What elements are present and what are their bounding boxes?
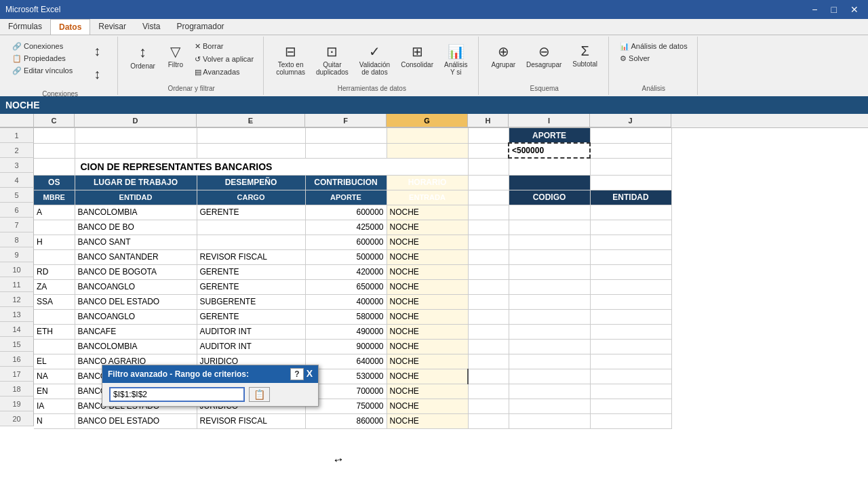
data-d9[interactable]: BANCO SANTANDER <box>75 249 197 264</box>
data-f9[interactable]: 500000 <box>305 249 387 264</box>
data-i19[interactable] <box>509 399 590 413</box>
data-h10[interactable] <box>468 264 509 279</box>
cell-d2[interactable] <box>75 143 197 158</box>
data-g9[interactable]: NOCHE <box>387 249 468 264</box>
data-i11[interactable] <box>509 279 590 294</box>
data-g10[interactable]: NOCHE <box>387 264 468 279</box>
cell-hdr1-j[interactable] <box>590 175 671 190</box>
cell-h2[interactable] <box>468 143 509 158</box>
data-j15[interactable] <box>590 339 671 354</box>
data-j6[interactable] <box>590 205 671 220</box>
btn-subtotal[interactable]: ΣSubtotal <box>568 41 601 70</box>
data-i20[interactable] <box>509 413 590 428</box>
data-g16[interactable]: NOCHE <box>387 354 468 369</box>
btn-desagrupar[interactable]: ⊖Desagrupar <box>522 41 566 71</box>
data-g12[interactable]: NOCHE <box>387 294 468 309</box>
cell-c2[interactable] <box>34 143 75 158</box>
btn-solver[interactable]: ⚙ Solver <box>617 53 690 64</box>
data-c15[interactable] <box>34 339 75 354</box>
dialog-help-button[interactable]: ? <box>290 368 303 380</box>
cell-j1[interactable] <box>590 128 671 143</box>
data-i13[interactable] <box>509 309 590 324</box>
data-d13[interactable]: BANCOANGLO <box>75 309 197 324</box>
cell-hdr2-f[interactable]: APORTE <box>305 190 387 205</box>
data-f8[interactable]: 600000 <box>305 235 387 249</box>
data-j14[interactable] <box>590 324 671 339</box>
btn-sort-za[interactable]: ↕ <box>83 64 111 86</box>
cell-f1[interactable] <box>305 128 387 143</box>
data-c12[interactable]: SSA <box>34 294 75 309</box>
data-h9[interactable] <box>468 249 509 264</box>
data-g20[interactable]: NOCHE <box>387 413 468 428</box>
data-g8[interactable]: NOCHE <box>387 235 468 249</box>
data-j11[interactable] <box>590 279 671 294</box>
data-h20[interactable] <box>468 413 509 428</box>
btn-quitar-duplicados[interactable]: ⊡Quitarduplicados <box>312 41 353 79</box>
cell-hdr2-h[interactable] <box>468 190 509 205</box>
cell-hdr2-g[interactable]: ENTRADA <box>387 190 468 205</box>
data-j10[interactable] <box>590 264 671 279</box>
btn-texto-columnas[interactable]: ⊟Texto encolumnas <box>272 41 309 79</box>
col-header-f[interactable]: F <box>305 114 387 127</box>
data-f12[interactable]: 400000 <box>305 294 387 309</box>
cell-j2[interactable] <box>590 143 671 158</box>
cell-hdr1-i[interactable] <box>509 175 590 190</box>
data-i8[interactable] <box>509 235 590 249</box>
data-f11[interactable]: 650000 <box>305 279 387 294</box>
data-f15[interactable]: 900000 <box>305 339 387 354</box>
data-g15[interactable]: NOCHE <box>387 339 468 354</box>
cell-hdr1-g[interactable]: HORARIO <box>387 175 468 190</box>
data-c6[interactable]: A <box>34 205 75 220</box>
data-j20[interactable] <box>590 413 671 428</box>
cell-i3[interactable] <box>509 158 590 175</box>
data-c10[interactable]: RD <box>34 264 75 279</box>
data-j7[interactable] <box>590 220 671 235</box>
data-e20[interactable]: REVISOR FISCAL <box>197 413 305 428</box>
data-j19[interactable] <box>590 399 671 413</box>
data-f14[interactable]: 490000 <box>305 324 387 339</box>
data-h14[interactable] <box>468 324 509 339</box>
cell-i1[interactable]: APORTE <box>509 128 590 143</box>
dialog-close-button[interactable]: X <box>307 368 313 380</box>
tab-revisar[interactable]: Revisar <box>90 19 134 35</box>
data-c16[interactable]: EL <box>34 354 75 369</box>
data-f10[interactable]: 420000 <box>305 264 387 279</box>
col-header-i[interactable]: I <box>509 114 590 127</box>
close-button[interactable]: ✕ <box>846 4 863 15</box>
cell-hdr1-d[interactable]: LUGAR DE TRABAJO <box>75 175 197 190</box>
data-d6[interactable]: BANCOLOMBIA <box>75 205 197 220</box>
cell-hdr2-j[interactable]: ENTIDAD <box>590 190 671 205</box>
data-h18[interactable] <box>468 384 509 399</box>
data-d15[interactable]: BANCOLOMBIA <box>75 339 197 354</box>
cell-h3[interactable] <box>468 158 509 175</box>
data-c20[interactable]: N <box>34 413 75 428</box>
cell-c1[interactable] <box>34 128 75 143</box>
cell-hdr1-h[interactable] <box>468 175 509 190</box>
data-e11[interactable]: GERENTE <box>197 279 305 294</box>
cell-f2[interactable] <box>305 143 387 158</box>
tab-vista[interactable]: Vista <box>134 19 168 35</box>
data-h8[interactable] <box>468 235 509 249</box>
data-h12[interactable] <box>468 294 509 309</box>
data-g18[interactable]: NOCHE <box>387 384 468 399</box>
data-i12[interactable] <box>509 294 590 309</box>
btn-avanzadas[interactable]: ▤ Avanzadas <box>192 66 256 78</box>
cell-g1[interactable] <box>387 128 468 143</box>
data-e13[interactable]: GERENTE <box>197 309 305 324</box>
data-d8[interactable]: BANCO SANT <box>75 235 197 249</box>
cell-e1[interactable] <box>197 128 305 143</box>
col-header-d[interactable]: D <box>75 114 197 127</box>
data-g7[interactable]: NOCHE <box>387 220 468 235</box>
data-d14[interactable]: BANCAFE <box>75 324 197 339</box>
data-g13[interactable]: NOCHE <box>387 309 468 324</box>
btn-agrupar[interactable]: ⊕Agrupar <box>487 41 519 71</box>
data-j8[interactable] <box>590 235 671 249</box>
data-i15[interactable] <box>509 339 590 354</box>
data-g11[interactable]: NOCHE <box>387 279 468 294</box>
btn-analisis-datos[interactable]: 📊 Análisis de datos <box>617 41 690 52</box>
maximize-button[interactable]: □ <box>827 4 841 15</box>
data-i16[interactable] <box>509 354 590 369</box>
cell-i2[interactable]: <500000 <box>509 143 590 158</box>
data-e15[interactable]: AUDITOR INT <box>197 339 305 354</box>
btn-ordenar[interactable]: ↕Ordenar <box>126 41 159 73</box>
